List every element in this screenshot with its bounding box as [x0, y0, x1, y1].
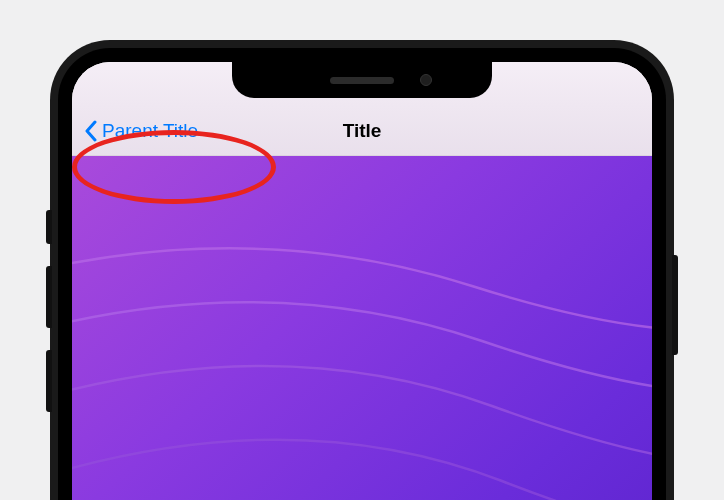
mute-switch: [46, 210, 52, 244]
back-button-label: Parent Title: [102, 120, 198, 142]
side-buttons-left: [46, 210, 52, 434]
phone-screen: Parent Title Title: [72, 62, 652, 500]
phone-bezel: Parent Title Title: [58, 48, 666, 500]
content-area: [72, 156, 652, 500]
power-button: [672, 255, 678, 355]
volume-down-button: [46, 350, 52, 412]
phone-frame: Parent Title Title: [50, 40, 674, 500]
wallpaper-image: [72, 156, 652, 500]
front-camera: [420, 74, 432, 86]
page-title: Title: [343, 120, 382, 142]
notch: [232, 62, 492, 98]
navigation-bar: Parent Title Title: [72, 106, 652, 156]
back-button[interactable]: Parent Title: [84, 120, 198, 142]
volume-up-button: [46, 266, 52, 328]
side-buttons-right: [672, 255, 678, 355]
chevron-left-icon: [84, 120, 98, 142]
speaker-grille: [330, 77, 394, 84]
